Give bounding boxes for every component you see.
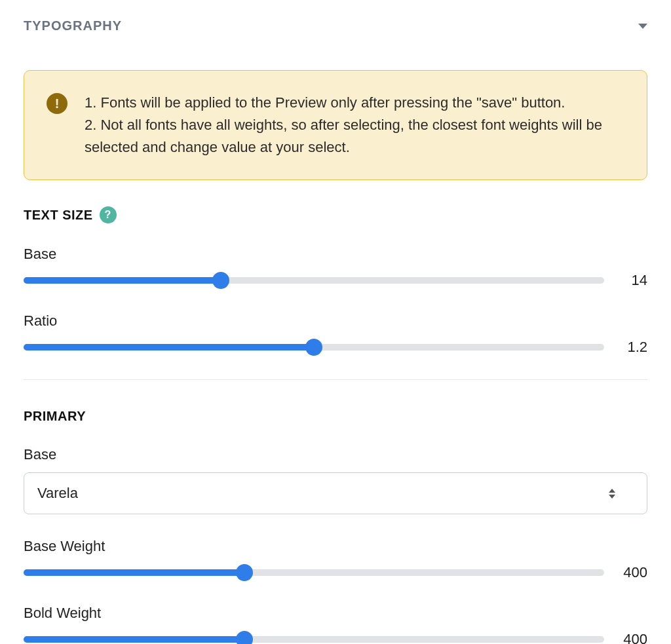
slider-fill <box>24 569 244 576</box>
text-size-heading: TEXT SIZE <box>24 208 93 223</box>
slider-thumb[interactable] <box>212 272 229 289</box>
panel-header: TYPOGRAPHY <box>24 18 647 33</box>
notice-text: 1. Fonts will be applied to the Preview … <box>85 92 624 159</box>
primary-bold-weight-slider[interactable] <box>24 636 604 643</box>
primary-bold-weight-value: 400 <box>616 631 647 644</box>
primary-base-label: Base <box>24 446 647 463</box>
warning-icon: ! <box>47 93 67 114</box>
primary-base-weight-group: Base Weight 400 <box>24 538 647 581</box>
collapse-toggle-icon[interactable] <box>638 24 647 29</box>
notice-line-1: 1. Fonts will be applied to the Preview … <box>85 94 565 111</box>
primary-base-weight-slider[interactable] <box>24 569 604 576</box>
slider-thumb[interactable] <box>305 339 322 356</box>
primary-base-weight-label: Base Weight <box>24 538 647 555</box>
primary-bold-weight-group: Bold Weight 400 <box>24 605 647 644</box>
slider-thumb[interactable] <box>236 631 253 644</box>
primary-heading: PRIMARY <box>24 409 86 424</box>
select-caret-icon <box>609 489 615 499</box>
primary-base-group: Base Varela <box>24 446 647 514</box>
text-size-base-group: Base 14 <box>24 246 647 289</box>
slider-fill <box>24 277 221 284</box>
primary-base-font-value: Varela <box>37 485 78 502</box>
text-size-ratio-value: 1.2 <box>616 339 647 356</box>
info-notice: ! 1. Fonts will be applied to the Previe… <box>24 70 647 180</box>
primary-base-weight-value: 400 <box>616 564 647 581</box>
slider-thumb[interactable] <box>236 564 253 581</box>
text-size-ratio-group: Ratio 1.2 <box>24 313 647 356</box>
primary-base-font-select[interactable]: Varela <box>24 472 647 514</box>
typography-panel: TYPOGRAPHY ! 1. Fonts will be applied to… <box>0 0 671 644</box>
text-size-heading-row: TEXT SIZE ? <box>24 206 647 223</box>
section-divider <box>24 379 647 380</box>
help-icon[interactable]: ? <box>100 206 117 223</box>
primary-bold-weight-label: Bold Weight <box>24 605 647 622</box>
text-size-ratio-label: Ratio <box>24 313 647 330</box>
text-size-base-value: 14 <box>616 272 647 289</box>
text-size-ratio-slider[interactable] <box>24 344 604 350</box>
text-size-base-label: Base <box>24 246 647 263</box>
slider-fill <box>24 344 314 350</box>
slider-fill <box>24 636 244 643</box>
notice-line-2: 2. Not all fonts have all weights, so af… <box>85 117 602 155</box>
text-size-base-slider[interactable] <box>24 277 604 284</box>
panel-title: TYPOGRAPHY <box>24 18 122 33</box>
primary-heading-row: PRIMARY <box>24 409 647 424</box>
